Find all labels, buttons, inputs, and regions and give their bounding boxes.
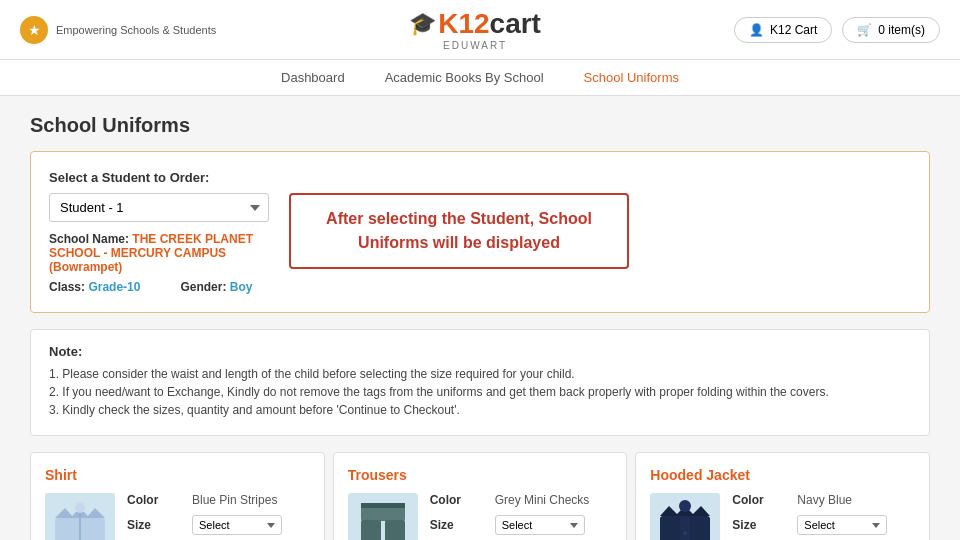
cart-icon: 🛒	[857, 23, 872, 37]
jacket-size-select[interactable]: Select SMLXL	[797, 515, 887, 535]
shirt-size-row: Size Select SMLXL	[127, 515, 310, 535]
nav-school-uniforms[interactable]: School Uniforms	[584, 70, 679, 85]
select-student-label: Select a Student to Order:	[49, 170, 911, 185]
logo-sub: EDUWART	[443, 40, 507, 51]
product-trousers: Trousers Color Grey Mini Checks	[333, 452, 628, 540]
shirt-image	[45, 493, 115, 540]
shirt-color-row: Color Blue Pin Stripes	[127, 493, 310, 507]
student-select-wrap: Student - 1 Student - 2 Student - 3 Scho…	[49, 193, 269, 294]
class-label: Class:	[49, 280, 85, 294]
svg-rect-5	[361, 520, 381, 540]
main-nav: Dashboard Academic Books By School Schoo…	[0, 60, 960, 96]
trousers-size-select[interactable]: Select SMLXL	[495, 515, 585, 535]
jacket-size-row: Size Select SMLXL	[732, 515, 915, 535]
jacket-image	[650, 493, 720, 540]
header: ★ Empowering Schools & Students 🎓 K12car…	[0, 0, 960, 60]
trousers-inner: Color Grey Mini Checks Size Select SMLXL…	[348, 493, 613, 540]
notes-title: Note:	[49, 344, 911, 359]
cart-button-label: 0 item(s)	[878, 23, 925, 37]
svg-rect-7	[361, 503, 405, 508]
school-class-gender-row: Class: Grade-10 Gender: Boy	[49, 280, 269, 294]
note-item-3: 3. Kindly check the sizes, quantity and …	[49, 403, 911, 417]
trousers-size-label: Size	[430, 518, 485, 532]
account-button[interactable]: 👤 K12 Cart	[734, 17, 832, 43]
student-select-row: Student - 1 Student - 2 Student - 3 Scho…	[49, 193, 911, 294]
school-name-label: School Name:	[49, 232, 129, 246]
trousers-details: Color Grey Mini Checks Size Select SMLXL…	[430, 493, 613, 540]
school-info: School Name: THE CREEK PLANET SCHOOL - M…	[49, 232, 269, 294]
shirt-inner: Color Blue Pin Stripes Size Select SMLXL…	[45, 493, 310, 540]
trousers-size-row: Size Select SMLXL	[430, 515, 613, 535]
product-shirt: Shirt Color Blue Pin Stripes	[30, 452, 325, 540]
tooltip-box: After selecting the Student, School Unif…	[289, 193, 629, 269]
header-right: 👤 K12 Cart 🛒 0 item(s)	[734, 17, 940, 43]
svg-point-12	[683, 531, 687, 535]
logo-cart: cart	[490, 8, 541, 39]
class-value: Grade-10	[88, 280, 140, 294]
user-icon: 👤	[749, 23, 764, 37]
jacket-inner: Color Navy Blue Size Select SMLXL Quanti…	[650, 493, 915, 540]
cart-button[interactable]: 🛒 0 item(s)	[842, 17, 940, 43]
svg-rect-11	[680, 516, 690, 540]
trousers-title: Trousers	[348, 467, 613, 483]
jacket-color-label: Color	[732, 493, 787, 507]
header-logo-area: ★ Empowering Schools & Students	[20, 16, 216, 44]
student-select[interactable]: Student - 1 Student - 2 Student - 3	[49, 193, 269, 222]
products-row: Shirt Color Blue Pin Stripes	[30, 452, 930, 540]
logo-badge-icon: ★	[20, 16, 48, 44]
svg-point-2	[75, 503, 85, 513]
logo-k12: K12	[438, 8, 489, 39]
trousers-color-label: Color	[430, 493, 485, 507]
svg-point-10	[679, 500, 691, 512]
gender-value: Boy	[230, 280, 253, 294]
shirt-details: Color Blue Pin Stripes Size Select SMLXL…	[127, 493, 310, 540]
trousers-color-row: Color Grey Mini Checks	[430, 493, 613, 507]
gender-label: Gender:	[180, 280, 226, 294]
jacket-color-value: Navy Blue	[797, 493, 852, 507]
svg-rect-6	[385, 520, 405, 540]
jacket-details: Color Navy Blue Size Select SMLXL Quanti…	[732, 493, 915, 540]
notes-list: 1. Please consider the waist and length …	[49, 367, 911, 417]
nav-academic-books[interactable]: Academic Books By School	[385, 70, 544, 85]
notes-card: Note: 1. Please consider the waist and l…	[30, 329, 930, 436]
note-item-2: 2. If you need/want to Exchange, Kindly …	[49, 385, 911, 399]
note-item-1: 1. Please consider the waist and length …	[49, 367, 911, 381]
nav-dashboard[interactable]: Dashboard	[281, 70, 345, 85]
shirt-color-label: Color	[127, 493, 182, 507]
product-jacket: Hooded Jacket Color Navy Blue	[635, 452, 930, 540]
select-student-card: Select a Student to Order: Student - 1 S…	[30, 151, 930, 313]
account-button-label: K12 Cart	[770, 23, 817, 37]
jacket-size-label: Size	[732, 518, 787, 532]
shirt-title: Shirt	[45, 467, 310, 483]
header-center: 🎓 K12cart EDUWART	[409, 8, 541, 51]
trousers-image	[348, 493, 418, 540]
page-content: School Uniforms Select a Student to Orde…	[0, 96, 960, 540]
shirt-color-value: Blue Pin Stripes	[192, 493, 277, 507]
jacket-title: Hooded Jacket	[650, 467, 915, 483]
jacket-color-row: Color Navy Blue	[732, 493, 915, 507]
shirt-size-select[interactable]: Select SMLXL	[192, 515, 282, 535]
logo-text: K12cart	[438, 8, 541, 40]
page-title: School Uniforms	[30, 114, 930, 137]
school-info-row: School Name: THE CREEK PLANET SCHOOL - M…	[49, 232, 269, 274]
header-tagline: Empowering Schools & Students	[56, 24, 216, 36]
trousers-color-value: Grey Mini Checks	[495, 493, 590, 507]
shirt-size-label: Size	[127, 518, 182, 532]
